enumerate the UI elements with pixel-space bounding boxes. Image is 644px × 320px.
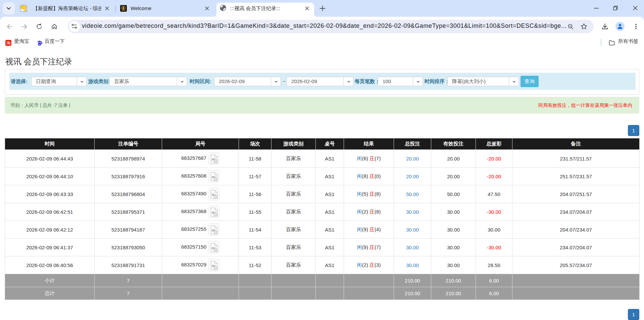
svg-text:淘: 淘 (6, 41, 11, 46)
svg-text:WELCOME: WELCOME (121, 10, 126, 11)
svg-text:du: du (38, 43, 41, 46)
